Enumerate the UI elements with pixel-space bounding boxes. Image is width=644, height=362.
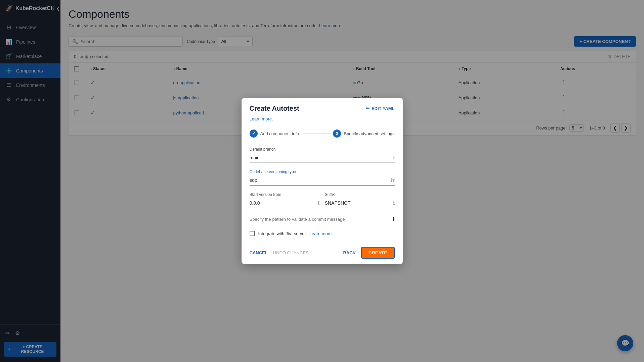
pencil-icon: ✏ (366, 106, 370, 111)
dialog-title: Create Autotest (250, 105, 299, 112)
version-row: Start version from ℹ Suffix ℹ (250, 192, 395, 215)
step-connector (302, 134, 330, 134)
jira-learn-more-link[interactable]: Learn more. (309, 231, 333, 236)
dialog-learn-more[interactable]: Learn more. (242, 116, 403, 125)
default-branch-label: Default branch (250, 147, 395, 152)
step-2-number: 2 (336, 131, 338, 136)
step-1: ✓ Add component info (250, 130, 299, 138)
commit-pattern-info-icon[interactable]: ℹ (393, 216, 395, 222)
suffix-label: Suffix (325, 192, 395, 197)
edit-yaml-label: EDIT YAML (372, 106, 395, 111)
codebase-versioning-label: Codebase versioning type (250, 169, 395, 174)
start-version-input-wrapper: ℹ (250, 198, 319, 208)
suffix-input[interactable] (325, 198, 393, 208)
dialog-header: Create Autotest ✏ EDIT YAML (242, 98, 403, 116)
suffix-info-icon[interactable]: ℹ (393, 200, 395, 206)
step-1-circle: ✓ (250, 130, 258, 138)
codebase-versioning-group: Codebase versioning type ℹ ▾ (250, 169, 395, 186)
default-branch-info-icon[interactable]: ℹ (393, 155, 395, 160)
commit-pattern-input[interactable] (250, 215, 393, 224)
undo-changes-button[interactable]: UNDO CHANGES (273, 250, 309, 255)
codebase-versioning-dropdown-icon[interactable]: ▾ (392, 177, 395, 183)
modal-overlay: Create Autotest ✏ EDIT YAML Learn more. … (0, 0, 644, 362)
dialog-stepper: ✓ Add component info 2 Specify advanced … (242, 125, 403, 142)
create-button[interactable]: CREATE (361, 247, 394, 259)
default-branch-group: Default branch ℹ (250, 147, 395, 163)
edit-yaml-button[interactable]: ✏ EDIT YAML (366, 106, 395, 111)
step-2-circle: 2 (333, 130, 341, 138)
step-1-label: Add component info (260, 131, 299, 136)
step-1-check: ✓ (252, 131, 255, 136)
cancel-button[interactable]: CANCEL (250, 250, 268, 255)
start-version-label: Start version from (250, 192, 319, 197)
commit-pattern-input-wrapper: ℹ (250, 215, 395, 224)
jira-row: Integrate with Jira server Learn more. (250, 231, 395, 236)
start-version-group: Start version from ℹ (250, 192, 319, 208)
dialog-body: Default branch ℹ Codebase versioning typ… (242, 142, 403, 242)
create-autotest-dialog: Create Autotest ✏ EDIT YAML Learn more. … (242, 98, 403, 264)
codebase-versioning-input-wrapper: ℹ ▾ (250, 175, 395, 186)
step-2-label: Specify advanced settings (344, 131, 394, 136)
default-branch-input[interactable] (250, 153, 393, 162)
start-version-input[interactable] (250, 198, 318, 208)
jira-checkbox[interactable] (250, 231, 255, 236)
commit-pattern-group: ℹ (250, 215, 395, 224)
suffix-group: Suffix ℹ (325, 192, 395, 208)
codebase-versioning-input[interactable] (250, 175, 391, 185)
suffix-input-wrapper: ℹ (325, 198, 395, 208)
jira-label: Integrate with Jira server (258, 231, 306, 236)
default-branch-input-wrapper: ℹ (250, 153, 395, 163)
back-button[interactable]: BACK (343, 250, 356, 255)
dialog-learn-more-link[interactable]: Learn more. (250, 116, 273, 121)
start-version-info-icon[interactable]: ℹ (318, 200, 319, 206)
dialog-footer: CANCEL UNDO CHANGES BACK CREATE (242, 242, 403, 264)
step-2: 2 Specify advanced settings (333, 130, 394, 138)
